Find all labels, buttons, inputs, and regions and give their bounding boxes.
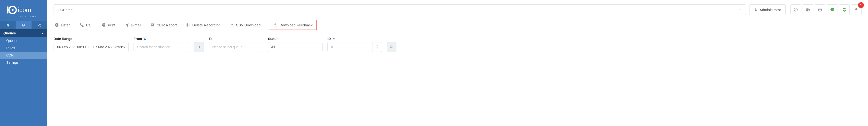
sync-icon xyxy=(842,7,846,12)
swap-button[interactable] xyxy=(194,42,204,52)
play-icon xyxy=(55,23,59,27)
breadcrumb-label: CCHome xyxy=(58,8,73,12)
email-button[interactable]: E-mail xyxy=(124,21,142,29)
from-value[interactable] xyxy=(137,45,186,49)
notifications-button[interactable]: 1 xyxy=(851,4,862,15)
filters-row: Date Range From To xyxy=(54,37,862,52)
vertical-dots-icon: ⋮ xyxy=(375,44,379,50)
svg-rect-2 xyxy=(7,6,8,13)
sidebar-section-label: Queues xyxy=(3,31,16,35)
globe-button-1[interactable] xyxy=(803,4,813,15)
print-button[interactable]: Print xyxy=(100,21,116,29)
brand-subtext: SYSTEMS xyxy=(0,15,47,18)
id-value[interactable] xyxy=(331,45,364,49)
nav-home-button[interactable] xyxy=(0,21,16,29)
sidebar-section-queues[interactable]: Queues xyxy=(0,29,47,37)
clir-label: CLIR Report xyxy=(157,23,177,27)
id-label: ID xyxy=(328,37,367,41)
clir-report-button[interactable]: CLIR Report xyxy=(149,21,178,29)
sidebar: icom SYSTEMS Queues Queues Rules CDR Set… xyxy=(0,0,47,126)
csv-label: CSV Download xyxy=(236,23,261,27)
swap-wrapper xyxy=(194,42,204,52)
id-input[interactable] xyxy=(328,42,367,52)
status-label: Status xyxy=(268,37,322,41)
main-panel: CCHome Administrator xyxy=(47,0,868,126)
user-button[interactable]: Administrator xyxy=(749,4,785,15)
from-input[interactable] xyxy=(133,42,189,52)
globe-icon xyxy=(818,7,822,12)
svg-point-6 xyxy=(38,25,39,26)
clock-icon xyxy=(794,7,798,12)
to-placeholder: Please select queue... xyxy=(212,45,245,49)
print-icon xyxy=(101,23,106,27)
svg-point-17 xyxy=(187,24,188,25)
nav-dashboard-button[interactable] xyxy=(16,21,31,29)
breadcrumb-select[interactable]: CCHome xyxy=(54,4,746,15)
listen-label: Listen xyxy=(61,23,70,27)
refresh-button[interactable] xyxy=(827,4,837,15)
from-label-text: From xyxy=(133,37,142,41)
globe-button-2[interactable] xyxy=(815,4,825,15)
svg-text:icom: icom xyxy=(18,6,31,13)
search-wrapper xyxy=(387,42,397,52)
id-label-text: ID xyxy=(328,37,331,41)
sidebar-item-settings[interactable]: Settings xyxy=(0,59,47,66)
send-icon xyxy=(125,23,129,27)
sync-button[interactable] xyxy=(839,4,849,15)
status-filter: Status All xyxy=(268,37,322,52)
chevron-down-icon xyxy=(739,8,742,11)
date-range-input[interactable] xyxy=(54,42,129,52)
svg-point-9 xyxy=(755,8,756,10)
caret-down-icon xyxy=(316,45,319,49)
user-icon xyxy=(754,8,758,12)
svg-point-20 xyxy=(391,46,392,48)
svg-point-1 xyxy=(12,9,13,11)
date-range-filter: Date Range xyxy=(54,37,129,52)
svg-point-7 xyxy=(40,24,41,25)
search-button[interactable] xyxy=(387,42,397,52)
sidebar-item-queues[interactable]: Queues xyxy=(0,37,47,44)
more-wrapper: ⋮ xyxy=(372,42,382,52)
to-select[interactable]: Please select queue... xyxy=(209,42,263,52)
svg-point-5 xyxy=(23,25,24,26)
download-feedback-button[interactable]: Download Feedback xyxy=(269,20,317,30)
chevron-down-icon xyxy=(41,32,44,35)
user-icon xyxy=(144,37,146,40)
history-button[interactable] xyxy=(790,4,801,15)
arrow-right-icon xyxy=(197,45,201,49)
download-icon xyxy=(273,23,277,27)
status-select[interactable]: All xyxy=(268,42,322,52)
more-options-button[interactable]: ⋮ xyxy=(372,42,382,52)
print-label: Print xyxy=(108,23,115,27)
to-label: To xyxy=(209,37,263,41)
date-range-value[interactable] xyxy=(57,45,126,49)
refresh-icon xyxy=(830,7,834,12)
date-range-label: Date Range xyxy=(54,37,129,41)
bell-icon xyxy=(854,7,859,12)
svg-point-18 xyxy=(187,26,188,27)
caret-down-icon xyxy=(257,45,260,49)
call-button[interactable]: Call xyxy=(79,21,93,29)
globe-icon xyxy=(806,7,810,12)
id-filter: ID xyxy=(328,37,367,52)
search-icon xyxy=(390,45,394,49)
delete-rec-label: Delete Recording xyxy=(192,23,220,27)
listen-button[interactable]: Listen xyxy=(54,21,71,29)
sidebar-item-cdr[interactable]: CDR xyxy=(0,52,47,59)
phone-icon xyxy=(80,23,84,27)
action-toolbar: Listen Call Print E-mail CLIR Report Del… xyxy=(54,20,862,30)
svg-rect-15 xyxy=(151,24,153,25)
download-icon xyxy=(230,23,234,27)
delete-recording-button[interactable]: Delete Recording xyxy=(185,21,221,29)
svg-rect-16 xyxy=(151,25,153,26)
svg-point-8 xyxy=(40,26,41,27)
sidebar-item-rules[interactable]: Rules xyxy=(0,44,47,52)
top-row: CCHome Administrator xyxy=(54,4,862,15)
from-label: From xyxy=(133,37,189,41)
notifications-badge: 1 xyxy=(858,2,864,8)
user-label: Administrator xyxy=(760,8,781,12)
nav-share-button[interactable] xyxy=(31,21,47,29)
csv-download-button[interactable]: CSV Download xyxy=(229,21,262,29)
scissors-icon xyxy=(186,23,190,27)
report-icon xyxy=(150,23,155,27)
